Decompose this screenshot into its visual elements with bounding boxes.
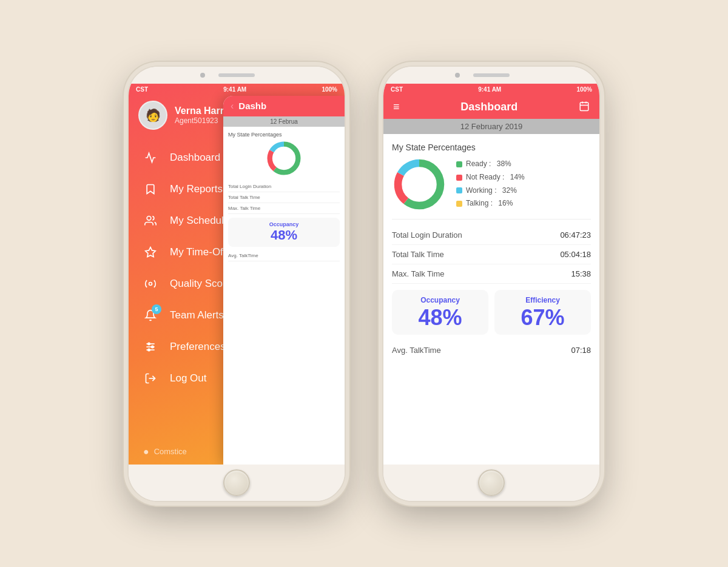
overlay-donut [266, 140, 302, 176]
left-phone-bottom [129, 465, 345, 501]
efficiency-box: Efficiency 67% [494, 290, 591, 335]
svg-point-5 [148, 343, 150, 344]
occupancy-box: Occupancy 48% [392, 290, 488, 335]
overlay-content: My State Percentages [223, 127, 345, 465]
efficiency-value: 67% [500, 307, 585, 329]
occupancy-value: 48% [398, 307, 482, 329]
dashboard-overlay: ‹ Dashb 12 Februa My State Percentages [223, 96, 345, 465]
quality-icon [143, 277, 158, 291]
state-section-title: My State Percentages [392, 143, 591, 152]
left-time: 9:41 AM [223, 86, 246, 93]
left-battery: 100% [322, 86, 337, 93]
legend-dot-not-ready [456, 175, 462, 181]
dashboard-main-screen: CST 9:41 AM 100% ≡ Dashboard 12 February… [383, 84, 599, 465]
state-section: My State Percentages [392, 143, 591, 212]
overlay-state-title: My State Percentages [228, 132, 340, 138]
svg-point-0 [147, 216, 151, 220]
legend-ready: Ready : 38% [456, 158, 525, 171]
right-phone-top [383, 67, 599, 84]
logout-icon [143, 371, 158, 386]
svg-point-7 [148, 349, 150, 351]
right-carrier: CST [391, 86, 403, 93]
back-button[interactable]: ‹ [231, 101, 234, 112]
brand-name: Comstice [154, 447, 187, 456]
avatar: 🧑 [138, 101, 167, 130]
date-bar: 12 February 2019 [383, 119, 599, 134]
svg-rect-14 [580, 102, 588, 111]
overlay-title: Dashb [238, 101, 266, 111]
sidebar-item-label: Preferences [170, 341, 226, 353]
right-phone: CST 9:41 AM 100% ≡ Dashboard 12 February… [382, 65, 601, 502]
alerts-badge: 5 [152, 304, 161, 314]
right-phone-screen: CST 9:41 AM 100% ≡ Dashboard 12 February… [383, 84, 599, 465]
occupancy-label: Occupancy [398, 296, 482, 304]
overlay-stat-label: Total Login Duration [228, 184, 271, 189]
svg-point-1 [149, 282, 152, 285]
avg-talk-row: Avg. TalkTime 07:18 [392, 341, 591, 360]
state-chart-row: Ready : 38% Not Ready : 14% [392, 157, 591, 212]
stat-value: 15:38 [571, 269, 591, 278]
stats-section: Total Login Duration 06:47:23 Total Talk… [392, 219, 591, 284]
legend-dot-ready [456, 161, 462, 167]
legend-value-working: 32% [502, 184, 517, 198]
right-speaker [473, 73, 510, 77]
overlay-occupancy-box: Occupancy 48% [228, 218, 340, 247]
overlay-stat-login: Total Login Duration [228, 181, 340, 192]
legend-label-working: Working : [466, 184, 499, 198]
left-status-bar: CST 9:41 AM 100% [129, 84, 345, 96]
legend-label-not-ready: Not Ready : [466, 171, 507, 184]
dashboard-icon [143, 150, 158, 165]
stat-value: 05:04:18 [560, 250, 591, 259]
svg-point-6 [152, 346, 153, 347]
sidebar-item-label: My Time-Off [170, 246, 226, 258]
timeoff-icon [143, 245, 158, 260]
dashboard-title: Dashboard [460, 101, 517, 113]
sidebar-item-label: Log Out [170, 372, 207, 384]
dashboard-header: ≡ Dashboard [383, 96, 599, 119]
right-battery: 100% [576, 86, 592, 93]
stat-login-duration: Total Login Duration 06:47:23 [392, 226, 591, 245]
legend-value-ready: 38% [497, 158, 511, 171]
overlay-stat-max: Max. Talk Time [228, 203, 340, 214]
schedule-icon [143, 213, 158, 228]
left-home-button[interactable] [223, 469, 250, 496]
chart-legend: Ready : 38% Not Ready : 14% [456, 158, 525, 210]
right-phone-bottom [383, 465, 599, 501]
left-camera [200, 73, 205, 78]
left-carrier: CST [136, 86, 148, 93]
right-camera [455, 73, 460, 78]
legend-label-ready: Ready : [466, 158, 493, 171]
stat-label: Total Talk Time [392, 250, 444, 259]
avg-talk-label: Avg. TalkTime [392, 346, 441, 355]
stat-label: Total Login Duration [392, 230, 462, 240]
overlay-stat-talk: Total Talk Time [228, 192, 340, 203]
overlay-stat-label: Total Talk Time [228, 195, 260, 200]
svg-point-22 [404, 169, 434, 200]
svg-point-13 [274, 148, 294, 168]
main-donut-chart [392, 157, 447, 212]
stat-talk-time: Total Talk Time 05:04:18 [392, 245, 591, 264]
scene: CST 9:41 AM 100% 🧑 Verna Harrison Agent5… [103, 29, 625, 538]
right-time: 9:41 AM [478, 86, 501, 93]
legend-dot-talking [456, 201, 462, 207]
calendar-button[interactable] [579, 101, 590, 114]
left-phone: CST 9:41 AM 100% 🧑 Verna Harrison Agent5… [127, 65, 346, 502]
legend-label-talking: Talking : [466, 197, 494, 210]
left-phone-top [129, 67, 345, 84]
dashboard-body: My State Percentages [383, 134, 599, 465]
overlay-occupancy-value: 48% [232, 227, 336, 243]
sidebar-item-label: Quality Score [170, 278, 232, 290]
reports-icon [143, 182, 158, 196]
hamburger-menu-button[interactable]: ≡ [393, 101, 400, 113]
overlay-stat-label: Max. Talk Time [228, 206, 260, 211]
avg-talk-value: 07:18 [571, 346, 591, 355]
right-home-button[interactable] [478, 469, 505, 496]
sidebar-item-label: My Schedule [170, 215, 229, 227]
overlay-occupancy-label: Occupancy [232, 221, 336, 227]
sidebar-item-label: Dashboard [170, 152, 220, 164]
sidebar-item-label: Team Alerts [170, 309, 224, 321]
legend-dot-working [456, 187, 462, 193]
overlay-avg-label: Avg. TalkTime [228, 253, 258, 258]
stat-max-talk: Max. Talk Time 15:38 [392, 264, 591, 284]
overlay-avg: Avg. TalkTime [228, 250, 340, 261]
